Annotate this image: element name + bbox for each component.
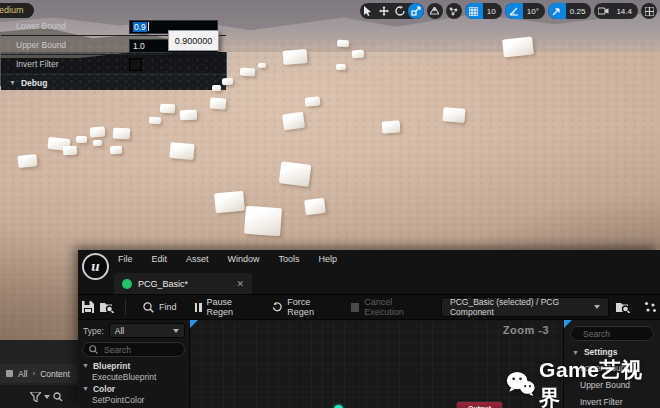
- tree-category-blueprint[interactable]: ▼ Blueprint: [78, 360, 189, 372]
- tree-label: Blueprint: [93, 361, 130, 371]
- angle-snap-control[interactable]: 10°: [505, 3, 545, 19]
- pause-icon: [195, 303, 202, 312]
- scale-snap-control[interactable]: 0.25: [548, 3, 592, 19]
- rotate-tool-icon[interactable]: [392, 3, 408, 19]
- pcg-cube: [282, 112, 305, 131]
- stop-icon: [351, 303, 359, 312]
- browse-to-asset-button[interactable]: [98, 297, 118, 317]
- search-icon: [89, 345, 98, 354]
- content-browser: All › Content: [0, 340, 80, 408]
- tree-item-executeblueprint[interactable]: ExecuteBlueprint: [78, 372, 189, 384]
- actor-snap-icon[interactable]: [446, 3, 462, 19]
- grid-snap-control[interactable]: 10: [465, 3, 502, 19]
- menu-edit[interactable]: Edit: [152, 254, 168, 264]
- viewport-toolbar: 10 10° 0.25 14.4: [360, 3, 657, 19]
- palette-search-input[interactable]: [102, 344, 176, 356]
- node-title: Output: [468, 405, 491, 408]
- pcg-cube: [149, 116, 162, 124]
- watermark-text: Game艺视界: [539, 356, 660, 408]
- tree-item-setpointcolor[interactable]: SetPointColor: [78, 395, 189, 407]
- tab-close-icon[interactable]: ✕: [236, 279, 244, 289]
- folder-search-icon: [100, 301, 114, 313]
- type-dropdown[interactable]: All: [109, 323, 185, 338]
- pcg-cube: [352, 50, 364, 59]
- menu-help[interactable]: Help: [319, 254, 338, 264]
- pcg-cube: [382, 120, 401, 133]
- regen-arrow-icon: [272, 301, 283, 313]
- watermark: Game艺视界: [506, 356, 660, 408]
- lower-bound-label: Lower Bound: [1, 21, 126, 31]
- value-tooltip: 0.900000: [168, 30, 219, 51]
- palette-search-box[interactable]: [82, 342, 185, 357]
- details-search-input[interactable]: [581, 328, 655, 340]
- pcg-cube: [93, 140, 102, 146]
- type-label: Type:: [83, 326, 104, 336]
- menu-tools[interactable]: Tools: [279, 254, 300, 264]
- debug-object-label: PCG_Basic (selected) / PCG Component: [450, 297, 587, 317]
- toolbar-separator: [125, 299, 126, 315]
- angle-snap-icon: [505, 3, 523, 19]
- breadcrumb-all[interactable]: All: [18, 369, 27, 379]
- search-icon[interactable]: [53, 392, 63, 402]
- menu-file[interactable]: File: [118, 254, 133, 264]
- pcg-cube: [63, 146, 78, 156]
- scale-snap-value: 0.25: [566, 7, 592, 16]
- select-tool-icon[interactable]: [360, 3, 376, 19]
- folder-search-icon: [616, 301, 630, 313]
- menu-asset[interactable]: Asset: [186, 254, 209, 264]
- node-output[interactable]: Output Out: [456, 401, 503, 408]
- cancel-execution-button[interactable]: Cancel Execution: [342, 297, 435, 317]
- save-button[interactable]: [78, 297, 98, 317]
- scale-snap-icon: [548, 3, 566, 19]
- move-tool-icon[interactable]: [376, 3, 392, 19]
- find-label: Find: [159, 302, 177, 312]
- debug-settings-icon[interactable]: [640, 297, 660, 317]
- invert-filter-checkbox[interactable]: [129, 58, 142, 71]
- camera-speed-value: 14.4: [612, 7, 638, 16]
- pcg-cube: [90, 126, 106, 137]
- surface-snap-icon[interactable]: [427, 3, 443, 19]
- debug-object-dropdown[interactable]: PCG_Basic (selected) / PCG Component: [441, 297, 609, 317]
- browse-to-component-button[interactable]: [613, 297, 633, 317]
- force-regen-button[interactable]: Force Regen: [263, 297, 342, 317]
- chevron-down-icon[interactable]: [44, 395, 50, 399]
- camera-speed-control[interactable]: 14.4: [594, 3, 638, 19]
- pcg-cube: [442, 107, 465, 123]
- transform-tools-group: [360, 3, 424, 19]
- pcg-cube: [180, 110, 197, 121]
- breadcrumb: All › Content: [0, 364, 86, 383]
- tab-label: PCG_Basic*: [138, 279, 188, 289]
- zoom-level-label: Zoom -3: [503, 324, 549, 336]
- node-tree: ▼ Blueprint ExecuteBlueprint ▼ Color Set…: [78, 360, 189, 408]
- pcg-toolbar: Find Pause Regen Force Regen Cancel Exec…: [78, 294, 660, 320]
- pcg-cube: [214, 191, 245, 213]
- grid-snap-value: 10: [483, 7, 502, 16]
- breadcrumb-content[interactable]: Content: [40, 369, 70, 379]
- pcg-cube: [336, 64, 346, 70]
- type-dropdown-value: All: [115, 326, 124, 336]
- find-button[interactable]: Find: [134, 297, 186, 317]
- pcg-cube: [113, 128, 131, 140]
- camera-icon: [594, 3, 612, 19]
- scale-tool-icon[interactable]: [408, 3, 424, 19]
- pcg-cube: [305, 96, 321, 107]
- menu-window[interactable]: Window: [228, 254, 260, 264]
- tree-category-color[interactable]: ▼ Color: [78, 383, 189, 395]
- text-caret: [148, 22, 149, 31]
- tree-label: Color: [93, 384, 115, 394]
- pcg-title-bar: u File Edit Asset Window Tools Help PCG_…: [78, 250, 660, 294]
- filter-funnel-icon[interactable]: [30, 392, 41, 402]
- maximize-viewport-icon[interactable]: [641, 3, 657, 19]
- pause-regen-button[interactable]: Pause Regen: [186, 297, 263, 317]
- screen: Scalability: Medium: [0, 0, 660, 408]
- angle-snap-value: 10°: [523, 7, 545, 16]
- pcg-cube: [210, 97, 227, 109]
- details-search-box[interactable]: [570, 326, 654, 341]
- tree-label: ExecuteBlueprint: [92, 372, 156, 382]
- pcg-cube: [169, 142, 194, 160]
- asset-tab-pcg-basic[interactable]: PCG_Basic* ✕: [114, 273, 252, 294]
- pcg-cube: [258, 63, 266, 68]
- collapse-arrow-icon: ▼: [82, 362, 89, 369]
- invert-filter-row: Invert Filter: [1, 55, 226, 74]
- collapse-arrow-icon: ▼: [572, 349, 579, 356]
